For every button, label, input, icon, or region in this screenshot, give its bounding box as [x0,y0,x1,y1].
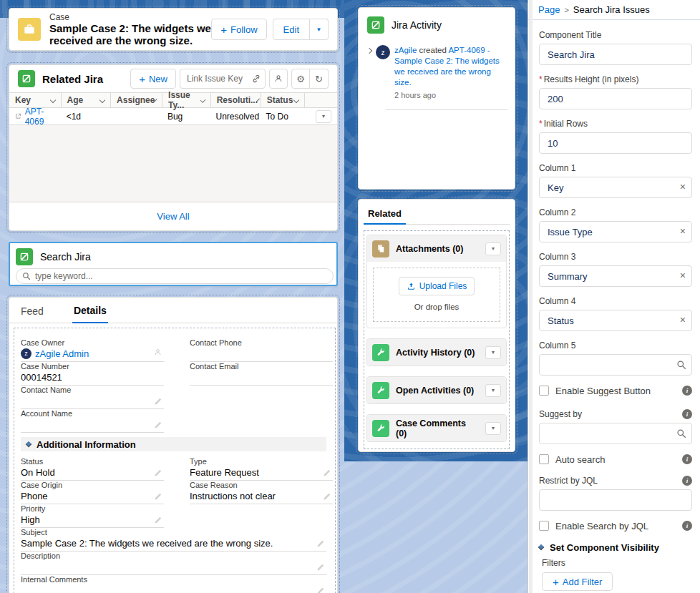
scrollbar[interactable] [529,0,533,593]
field-contact-phone: Contact Phone [190,338,333,362]
enable-suggest-checkbox[interactable] [539,386,549,396]
refresh-button[interactable]: ↻ [310,69,329,89]
edit-pencil-icon[interactable] [316,539,325,548]
edit-pencil-icon[interactable] [154,421,162,429]
field-type: Type Feature Request [190,457,333,481]
auto-search-checkbox[interactable] [539,454,549,464]
auto-search-row: Auto search i [539,453,692,466]
component-title-field: Component Title [539,29,692,65]
issue-key-link[interactable]: APT-4069 [25,107,55,127]
divider [386,109,507,110]
info-icon[interactable]: i [682,454,692,464]
activity-actor-link[interactable]: zAgile [394,46,417,54]
upload-files-button[interactable]: Upload Files [399,277,475,295]
enable-jql-row: Enable Search by JQL i [539,519,692,532]
activity-history-actions-button[interactable]: ▼ [485,346,501,359]
initial-rows-input[interactable] [539,132,692,154]
column4-input[interactable] [539,310,692,331]
set-component-visibility-section[interactable]: Set Component Visibility [539,541,692,554]
suggest-by-field: Suggest byi [539,408,692,444]
chevron-down-icon [99,97,105,103]
filters-label: Filters [542,558,692,568]
add-filter-button[interactable]: + Add Filter [542,572,613,591]
column-header-key[interactable]: Key [9,93,61,107]
clear-icon[interactable]: × [680,181,686,192]
tab-details[interactable]: Details [72,299,108,323]
search-jira-card-selected[interactable]: Search Jira [9,242,338,286]
case-comments-card: Case Comments (0) ▼ [366,414,507,442]
edit-pencil-icon[interactable] [154,397,162,406]
column-header-issue-type[interactable]: Issue Ty... [162,93,210,107]
caret-down-icon: ▼ [491,350,496,355]
column3-input[interactable] [539,265,692,287]
follow-button[interactable]: + Follow [211,19,266,40]
info-icon[interactable]: i [682,409,692,419]
restrict-jql-input[interactable] [539,489,692,511]
case-title: Sample Case 2: The widgets we received a… [49,22,211,46]
edit-pencil-icon[interactable] [316,587,325,593]
edit-pencil-icon[interactable] [154,516,162,524]
section-additional-information[interactable]: Additional Information [21,437,326,451]
column-header-actions [304,93,337,107]
breadcrumb-page-link[interactable]: Page [538,4,560,15]
field-contact-name: Contact Name [21,386,164,409]
change-owner-icon[interactable] [153,348,162,357]
column-header-resolution[interactable]: Resoluti... [210,93,261,107]
suggest-by-input[interactable] [539,423,692,444]
enable-jql-checkbox[interactable] [539,521,549,531]
clear-icon[interactable]: × [680,225,686,237]
view-all-link[interactable]: View All [157,211,189,222]
edit-pencil-icon[interactable] [154,469,162,477]
jira-activity-card: Jira Activity z zAgile created APT-4069 … [358,7,515,190]
assign-user-button[interactable] [269,69,288,89]
column2-input[interactable] [539,221,692,242]
more-actions-button[interactable]: ▼ [310,19,329,40]
column-header-assignee[interactable]: Assignee [110,93,162,107]
column1-input[interactable] [539,177,692,198]
edit-pencil-icon[interactable] [154,492,162,501]
column5-input[interactable] [539,354,692,376]
keyword-search-field [16,268,331,284]
field-contact-email: Contact Email [190,362,333,386]
results-height-input[interactable] [539,88,692,109]
field-case-reason: Case Reason Instructions not clear [190,481,333,504]
component-title-input[interactable] [539,44,692,65]
chevron-down-icon [293,97,299,103]
file-drop-zone[interactable]: Upload Files Or drop files [373,268,500,322]
field-status: Status On Hold [21,457,164,481]
attachments-actions-button[interactable]: ▼ [485,242,501,255]
edit-pencil-icon[interactable] [323,492,331,501]
clear-icon[interactable]: × [680,314,686,325]
user-icon [273,74,283,84]
cell-status: To Do [261,112,305,122]
search-icon [676,428,686,438]
new-issue-button[interactable]: + New [130,69,176,89]
case-comments-actions-button[interactable]: ▼ [485,422,501,435]
edit-button[interactable]: Edit [273,19,310,40]
edit-pencil-icon[interactable] [316,563,325,572]
info-icon[interactable]: i [682,476,692,486]
activity-action: created [417,46,448,54]
info-icon[interactable]: i [682,521,692,531]
tab-related[interactable]: Related [364,205,406,225]
wrench-icon [372,420,389,437]
tab-feed[interactable]: Feed [19,300,45,323]
component-properties-panel: Page > Search Jira Issues Component Titl… [528,0,700,593]
edit-pencil-icon[interactable] [323,469,331,477]
page-canvas: Case Sample Case 2: The widgets we recei… [0,0,528,593]
expand-chevron-icon[interactable] [366,48,372,54]
info-icon[interactable]: i [682,386,692,396]
field-priority: Priority High [21,504,164,528]
clear-icon[interactable]: × [680,270,686,281]
plus-icon: + [139,74,145,84]
settings-button[interactable]: ⚙ [291,69,310,89]
open-activities-actions-button[interactable]: ▼ [485,384,501,397]
keyword-search-input[interactable] [16,268,334,284]
column-header-age[interactable]: Age [61,93,111,107]
column-header-status[interactable]: Status [261,93,305,107]
case-comments-title: Case Comments (0) [396,418,479,438]
required-asterisk: * [539,119,543,129]
row-actions-button[interactable]: ▼ [316,110,331,123]
column5-field: Column 5 [539,340,692,376]
case-owner-link[interactable]: zAgile Admin [35,348,89,360]
